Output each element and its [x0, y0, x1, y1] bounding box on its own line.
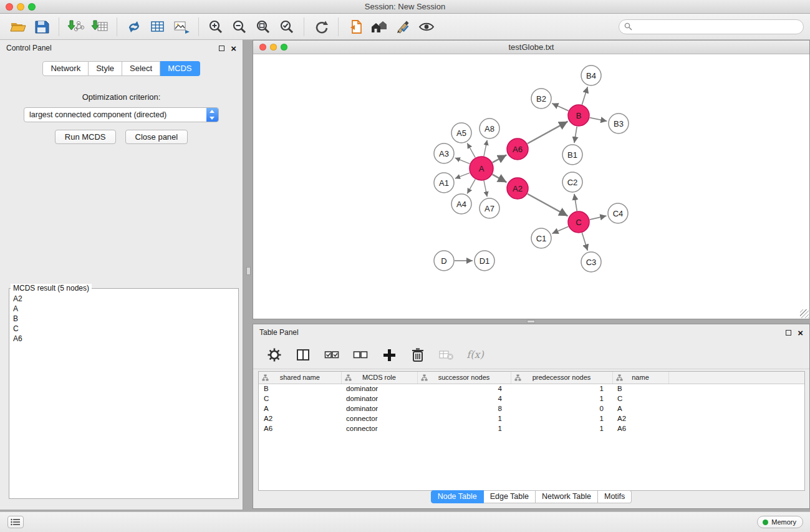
graph-edge-C-C1[interactable]	[552, 226, 568, 233]
float-table-panel-icon[interactable]	[786, 330, 791, 336]
mcds-result-item[interactable]: C	[13, 324, 234, 334]
network-canvas[interactable]: B4B2BB3A5A8A6A3B1AA1C2A2A4A7C4CC1C3DD1	[253, 54, 809, 319]
table-cell[interactable]: 1	[511, 423, 612, 433]
float-panel-icon[interactable]	[219, 46, 224, 51]
import-network-button[interactable]	[64, 16, 88, 38]
minimize-window-button[interactable]	[17, 3, 24, 11]
table-tab-motifs[interactable]: Motifs	[598, 490, 632, 503]
graph-edge-C-C4[interactable]	[590, 216, 607, 220]
table-cell[interactable]: 1	[417, 414, 511, 423]
export-image-button[interactable]	[170, 16, 193, 38]
import-table-button[interactable]	[88, 16, 112, 38]
control-tab-mcds[interactable]: MCDS	[160, 61, 200, 76]
task-history-button[interactable]	[7, 516, 24, 528]
network-graph[interactable]: B4B2BB3A5A8A6A3B1AA1C2A2A4A7C4CC1C3DD1	[253, 54, 809, 319]
zoom-out-button[interactable]	[228, 16, 251, 38]
table-cell[interactable]: B	[612, 384, 668, 394]
table-cell[interactable]: 4	[417, 384, 511, 394]
zoom-selected-button[interactable]	[275, 16, 299, 38]
table-row[interactable]: A2connector11A2	[259, 414, 805, 423]
table-cell[interactable]: B	[259, 384, 341, 394]
maximize-network-window-button[interactable]	[281, 44, 287, 51]
table-row[interactable]: Adominator80A	[259, 404, 805, 414]
open-session-button[interactable]	[6, 16, 30, 38]
close-window-button[interactable]	[6, 3, 13, 11]
deselect-all-button[interactable]	[350, 345, 370, 365]
table-tab-node-table[interactable]: Node Table	[431, 490, 484, 503]
mcds-result-item[interactable]: B	[13, 314, 234, 324]
network-window-titlebar[interactable]: testGlobe.txt	[253, 41, 809, 54]
close-panel-button[interactable]: Close panel	[125, 130, 188, 144]
graph-edge-A-A5[interactable]	[467, 143, 475, 158]
table-row[interactable]: A6connector11A6	[259, 423, 805, 433]
graph-edge-C-C2[interactable]	[574, 194, 577, 211]
table-cell[interactable]: dominator	[341, 404, 417, 414]
split-column-button[interactable]	[293, 345, 313, 365]
table-cell[interactable]: 1	[511, 384, 612, 394]
control-panel-header[interactable]: Control Panel ×	[0, 40, 243, 56]
close-panel-icon[interactable]: ×	[231, 44, 236, 53]
table-cell[interactable]: C	[612, 394, 668, 404]
table-cell[interactable]: A2	[259, 414, 341, 423]
column-header-mcds-role[interactable]: MCDS role	[341, 372, 417, 384]
column-header-successor-nodes[interactable]: successor nodes	[417, 372, 511, 384]
table-cell[interactable]: C	[259, 394, 341, 404]
function-builder-button[interactable]: f(x)	[465, 345, 485, 365]
table-cell[interactable]: connector	[341, 423, 417, 433]
table-cell[interactable]: A6	[259, 423, 341, 433]
memory-button[interactable]: Memory	[757, 516, 803, 528]
control-tab-select[interactable]: Select	[122, 61, 160, 76]
apply-style-button[interactable]	[391, 16, 415, 38]
table-cell[interactable]: 1	[417, 423, 511, 433]
control-tab-network[interactable]: Network	[42, 61, 89, 76]
clear-table-button[interactable]	[436, 345, 456, 365]
delete-row-button[interactable]	[408, 345, 428, 365]
zoom-in-button[interactable]	[204, 16, 228, 38]
horizontal-splitter-grip[interactable]	[527, 320, 535, 323]
minimize-network-window-button[interactable]	[270, 44, 277, 51]
new-table-button[interactable]	[146, 16, 170, 38]
table-row[interactable]: Bdominator41B	[259, 384, 805, 394]
graph-edge-B-B2[interactable]	[552, 104, 568, 111]
select-all-button[interactable]	[322, 345, 342, 365]
mcds-result-item[interactable]: A2	[13, 294, 234, 304]
graph-edge-A-A6[interactable]	[493, 155, 507, 162]
table-tab-edge-table[interactable]: Edge Table	[484, 490, 536, 503]
new-network-button[interactable]	[122, 16, 146, 38]
dropdown-stepper-icon[interactable]	[206, 107, 218, 122]
close-network-window-button[interactable]	[259, 44, 266, 51]
graph-edge-C-C3[interactable]	[582, 233, 587, 251]
table-panel-header[interactable]: Table Panel ×	[253, 324, 809, 341]
mcds-result-item[interactable]: A	[13, 304, 234, 314]
open-document-button[interactable]	[344, 16, 367, 38]
graph-edge-A-A7[interactable]	[484, 181, 487, 197]
graph-edge-A-A4[interactable]	[467, 179, 475, 193]
table-cell[interactable]: 0	[511, 404, 612, 414]
column-header-shared-name[interactable]: shared name	[259, 372, 341, 384]
table-cell[interactable]: A2	[612, 414, 668, 423]
table-cell[interactable]: A	[259, 404, 341, 414]
table-tab-network-table[interactable]: Network Table	[536, 490, 598, 503]
table-cell[interactable]: A	[612, 404, 668, 414]
vertical-splitter-grip[interactable]	[246, 267, 251, 275]
resize-corner-grip[interactable]	[800, 309, 809, 318]
graph-edge-A-A2[interactable]	[493, 175, 507, 183]
add-row-button[interactable]	[379, 345, 399, 365]
graph-edge-B-B1[interactable]	[574, 127, 577, 143]
fullscreen-window-button[interactable]	[28, 3, 36, 11]
window-titlebar[interactable]: Session: New Session	[0, 0, 810, 14]
search-input[interactable]	[635, 22, 798, 31]
mcds-result-item[interactable]: A6	[13, 334, 234, 344]
show-details-button[interactable]	[415, 16, 438, 38]
home-button[interactable]	[367, 16, 391, 38]
table-settings-button[interactable]	[264, 345, 284, 365]
node-table-container[interactable]: shared nameMCDS rolesuccessor nodesprede…	[258, 371, 805, 491]
control-tab-style[interactable]: Style	[89, 61, 122, 76]
zoom-fit-button[interactable]	[251, 16, 275, 38]
criterion-dropdown[interactable]: largest connected component (directed)	[24, 107, 219, 122]
graph-edge-B-B3[interactable]	[590, 118, 607, 122]
table-row[interactable]: Cdominator41C	[259, 394, 805, 404]
table-cell[interactable]: A6	[612, 423, 668, 433]
table-cell[interactable]: 8	[417, 404, 511, 414]
table-cell[interactable]: 1	[511, 394, 612, 404]
